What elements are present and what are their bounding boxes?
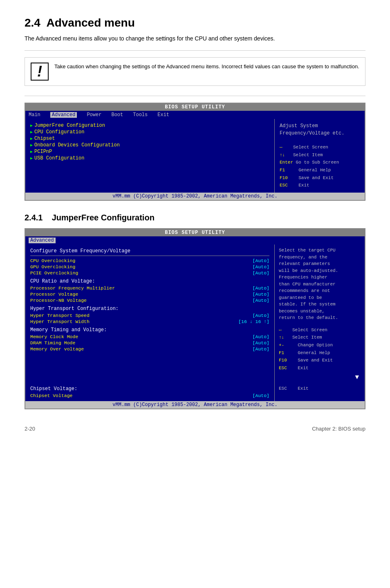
- page-footer: 2-20 Chapter 2: BIOS setup: [25, 426, 365, 432]
- bios1-arrow-2: ▶: [30, 136, 33, 141]
- bios2-value-ht-speed: [Auto]: [253, 313, 269, 318]
- bios2-label-ht-speed: Hyper Transport Speed: [30, 313, 90, 318]
- bios1-menu-exit[interactable]: Exit: [157, 112, 169, 118]
- section-title: 2.4 Advanced menu: [25, 16, 365, 29]
- bios2-value-mem-volt: [Auto]: [253, 346, 269, 352]
- bios2-heading-2: Hyper Transport Configuration:: [30, 306, 269, 312]
- bios2-label-mem-clk: Memory Clock Mode: [30, 334, 78, 339]
- bios2-label-mem-volt: Memory Over voltage: [30, 346, 84, 352]
- bios2-value-cpu-oc: [Auto]: [253, 258, 269, 263]
- bios1-right-desc: Adjust SystemFrequency/Voltage etc.: [280, 122, 360, 137]
- bios2-key-row-4: F10 Save and Exit: [279, 357, 361, 364]
- bios1-item-label-2: Chipset: [34, 136, 55, 141]
- bios1-item-5[interactable]: ▶ USB Configuration: [30, 155, 269, 162]
- bios1-item-4[interactable]: ▶ PCIPnP: [30, 148, 269, 155]
- bios2-footer-left: Chipset Voltage: Chipset Voltage [Auto]: [25, 384, 275, 401]
- bios2-label-proc-nb: Processor-NB Voltage: [30, 298, 87, 303]
- bios1-arrow-0: ▶: [30, 123, 33, 128]
- bios1-arrow-5: ▶: [30, 156, 33, 161]
- bios2-label-chipset: Chipset Voltage: [30, 393, 73, 398]
- bios1-arrow-3: ▶: [30, 143, 33, 148]
- bios2-menu-advanced[interactable]: Advanced: [29, 238, 56, 243]
- bios1-key-row-3: F1 General Help: [280, 166, 360, 174]
- bios2-configure-row: Configure System Frequency/Voltage: [30, 247, 269, 256]
- bios2-value-ht-width: [16 ↓ 16 ↑]: [238, 319, 269, 324]
- bios2-key-row-0: ↔ Select Screen: [279, 326, 361, 334]
- bios1-body: ▶ JumperFree Configuration ▶ CPU Configu…: [25, 119, 365, 193]
- bios2-label-gpu-oc: GPU Overclocking: [30, 264, 75, 269]
- bios2-footer: vMM.mm (C)Copyright 1985-2002, American …: [25, 401, 365, 408]
- warning-box: ! Take caution when changing the setting…: [25, 57, 365, 86]
- bios2-footer-right: ESC Exit: [275, 384, 365, 401]
- bios2-label-pcie-oc: PCIE Overclocking: [30, 270, 78, 276]
- bios2-esc-key: ESC: [279, 386, 287, 391]
- bios2-label-cpu-oc: CPU Overclocking: [30, 258, 75, 263]
- bios2-heading-1: CPU Ratio and Voltage:: [30, 278, 269, 284]
- bios2-row-mem-volt[interactable]: Memory Over voltage [Auto]: [30, 346, 269, 352]
- bios1-item-label-4: PCIPnP: [34, 149, 52, 155]
- bios2-left-panel: Configure System Frequency/Voltage CPU O…: [25, 245, 275, 384]
- bios2-section-0: CPU Overclocking [Auto] GPU Overclocking…: [30, 258, 269, 276]
- bios2-value-dram-timing: [Auto]: [253, 340, 269, 346]
- bios2-row-cpu-oc[interactable]: CPU Overclocking [Auto]: [30, 258, 269, 264]
- bios1-title: BIOS SETUP UTILITY: [25, 103, 365, 111]
- bios1-item-2[interactable]: ▶ Chipset: [30, 135, 269, 142]
- bios2-row-proc-freq[interactable]: Processor Frequency Multiplier [Auto]: [30, 285, 269, 291]
- bios2-label-proc-freq: Processor Frequency Multiplier: [30, 285, 115, 291]
- bios2-heading-3: Memory Timing and Voltage:: [30, 327, 269, 333]
- bios2-row-proc-nb[interactable]: Processor-NB Voltage [Auto]: [30, 297, 269, 303]
- footer-chapter: Chapter 2: BIOS setup: [312, 426, 365, 432]
- bios2-value-proc-volt: [Auto]: [253, 292, 269, 297]
- bios2-value-chipset: [Auto]: [253, 393, 269, 398]
- bios1-key-row-1: ↑↓ Select Item: [280, 151, 360, 159]
- bios2-footer-area: Chipset Voltage: Chipset Voltage [Auto] …: [25, 384, 365, 401]
- bios2-row-pcie-oc[interactable]: PCIE Overclocking [Auto]: [30, 270, 269, 276]
- bios1-right-panel: Adjust SystemFrequency/Voltage etc. ↔ Se…: [275, 119, 365, 193]
- bios-screen-1: BIOS SETUP UTILITY Main Advanced Power B…: [25, 103, 365, 201]
- bios2-body: Configure System Frequency/Voltage CPU O…: [25, 245, 365, 384]
- bios2-chipset-heading: Chipset Voltage:: [30, 386, 269, 392]
- bios1-menubar: Main Advanced Power Boot Tools Exit: [25, 111, 365, 119]
- bios1-item-label-1: CPU Configuration: [34, 129, 84, 135]
- subsection-title: 2.4.1 JumperFree Configuration: [25, 213, 365, 222]
- bios1-item-0[interactable]: ▶ JumperFree Configuration: [30, 122, 269, 129]
- bios2-label-ht-width: Hyper Transport Width: [30, 319, 90, 324]
- bios1-key-row-4: F10 Save and Exit: [280, 174, 360, 182]
- bios1-item-3[interactable]: ▶ Onboard Devices Configuration: [30, 142, 269, 148]
- bios1-item-1[interactable]: ▶ CPU Configuration: [30, 129, 269, 135]
- bios2-row-ht-width[interactable]: Hyper Transport Width [16 ↓ 16 ↑]: [30, 319, 269, 325]
- bios2-label-proc-volt: Processor Voltage: [30, 292, 78, 297]
- divider2: [25, 96, 365, 96]
- bios2-row-chipset[interactable]: Chipset Voltage [Auto]: [30, 393, 269, 399]
- bios1-key-row-5: ESC Exit: [280, 182, 360, 189]
- bios1-menu-boot[interactable]: Boot: [111, 112, 123, 118]
- bios2-value-proc-nb: [Auto]: [253, 298, 269, 303]
- bios2-section-2: Hyper Transport Configuration: Hyper Tra…: [30, 306, 269, 325]
- bios2-menubar: Advanced: [25, 236, 365, 245]
- bios2-row-ht-speed[interactable]: Hyper Transport Speed [Auto]: [30, 312, 269, 319]
- bios2-value-gpu-oc: [Auto]: [253, 264, 269, 269]
- bios1-item-label-5: USB Configuration: [34, 155, 84, 161]
- bios2-value-proc-freq: [Auto]: [253, 285, 269, 291]
- divider: [25, 50, 365, 51]
- bios2-section-1: CPU Ratio and Voltage: Processor Frequen…: [30, 278, 269, 303]
- bios2-right-desc: Select the target CPU frequency, and the…: [279, 247, 361, 321]
- bios2-row-mem-clk[interactable]: Memory Clock Mode [Auto]: [30, 334, 269, 340]
- bios1-menu-power[interactable]: Power: [87, 112, 101, 118]
- bios2-row-dram-timing[interactable]: DRAM Timing Mode [Auto]: [30, 340, 269, 346]
- bios2-section-3: Memory Timing and Voltage: Memory Clock …: [30, 327, 269, 352]
- bios2-row-gpu-oc[interactable]: GPU Overclocking [Auto]: [30, 264, 269, 270]
- bios2-row-proc-volt[interactable]: Processor Voltage [Auto]: [30, 291, 269, 297]
- bios1-item-label-3: Onboard Devices Configuration: [34, 142, 120, 148]
- bios2-scrollbar: ▼: [279, 374, 361, 381]
- bios2-key-row-3: F1 General Help: [279, 349, 361, 357]
- bios1-menu-advanced[interactable]: Advanced: [50, 112, 77, 118]
- bios1-menu-main[interactable]: Main: [29, 112, 40, 118]
- bios2-value-pcie-oc: [Auto]: [253, 270, 269, 276]
- footer-page-num: 2-20: [25, 426, 35, 432]
- bios2-right-panel: Select the target CPU frequency, and the…: [275, 245, 365, 384]
- bios2-label-dram-timing: DRAM Timing Mode: [30, 340, 75, 346]
- bios1-footer: vMM.mm (C)Copyright 1985-2002, American …: [25, 193, 365, 200]
- bios1-left-panel: ▶ JumperFree Configuration ▶ CPU Configu…: [25, 119, 275, 193]
- bios1-menu-tools[interactable]: Tools: [133, 112, 148, 118]
